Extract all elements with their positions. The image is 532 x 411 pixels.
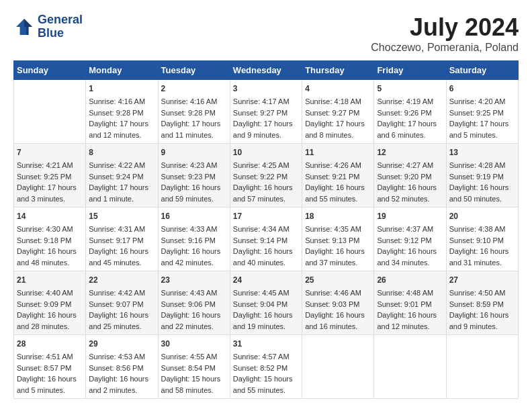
day-number: 5 [377, 83, 443, 95]
calendar-cell: 2Sunrise: 4:16 AMSunset: 9:28 PMDaylight… [158, 80, 230, 144]
calendar-week-row: 1Sunrise: 4:16 AMSunset: 9:28 PMDaylight… [14, 80, 519, 144]
calendar-cell: 31Sunrise: 4:57 AMSunset: 8:52 PMDayligh… [230, 335, 302, 399]
weekday-header: Tuesday [158, 61, 230, 80]
calendar-cell: 28Sunrise: 4:51 AMSunset: 8:57 PMDayligh… [14, 335, 86, 399]
calendar-cell [302, 335, 374, 399]
day-number: 31 [233, 338, 299, 350]
day-number: 12 [377, 146, 443, 158]
weekday-header: Wednesday [230, 61, 302, 80]
day-number: 17 [233, 210, 299, 222]
day-number: 23 [161, 274, 227, 286]
day-number: 4 [305, 83, 371, 95]
calendar-cell: 13Sunrise: 4:28 AMSunset: 9:19 PMDayligh… [446, 144, 518, 208]
day-number: 1 [89, 83, 154, 95]
calendar-cell: 9Sunrise: 4:23 AMSunset: 9:23 PMDaylight… [158, 144, 230, 208]
calendar-cell: 22Sunrise: 4:42 AMSunset: 9:07 PMDayligh… [86, 271, 158, 335]
logo: General Blue [13, 13, 83, 40]
day-number: 11 [305, 146, 371, 158]
weekday-header: Friday [374, 61, 446, 80]
month-title: July 2024 [371, 13, 519, 42]
day-number: 28 [17, 338, 83, 350]
title-area: July 2024 Choczewo, Pomerania, Poland [371, 13, 519, 54]
calendar-cell: 3Sunrise: 4:17 AMSunset: 9:27 PMDaylight… [230, 80, 302, 144]
weekday-header: Sunday [14, 61, 86, 80]
calendar-cell: 21Sunrise: 4:40 AMSunset: 9:09 PMDayligh… [14, 271, 86, 335]
calendar-table: SundayMondayTuesdayWednesdayThursdayFrid… [13, 60, 519, 399]
calendar-cell: 10Sunrise: 4:25 AMSunset: 9:22 PMDayligh… [230, 144, 302, 208]
calendar-cell: 25Sunrise: 4:46 AMSunset: 9:03 PMDayligh… [302, 271, 374, 335]
calendar-cell: 15Sunrise: 4:31 AMSunset: 9:17 PMDayligh… [86, 208, 158, 271]
calendar-cell: 17Sunrise: 4:34 AMSunset: 9:14 PMDayligh… [230, 208, 302, 271]
day-number: 9 [161, 146, 227, 158]
calendar-cell: 14Sunrise: 4:30 AMSunset: 9:18 PMDayligh… [14, 208, 86, 271]
day-number: 6 [449, 83, 515, 95]
calendar-week-row: 21Sunrise: 4:40 AMSunset: 9:09 PMDayligh… [14, 271, 519, 335]
calendar-week-row: 28Sunrise: 4:51 AMSunset: 8:57 PMDayligh… [14, 335, 519, 399]
calendar-cell: 24Sunrise: 4:45 AMSunset: 9:04 PMDayligh… [230, 271, 302, 335]
calendar-week-row: 14Sunrise: 4:30 AMSunset: 9:18 PMDayligh… [14, 208, 519, 271]
calendar-cell [14, 80, 86, 144]
day-number: 21 [17, 274, 83, 286]
day-number: 7 [17, 146, 83, 158]
day-number: 19 [377, 210, 443, 222]
day-number: 13 [449, 146, 515, 158]
calendar-cell: 16Sunrise: 4:33 AMSunset: 9:16 PMDayligh… [158, 208, 230, 271]
day-number: 29 [89, 338, 154, 350]
day-number: 14 [17, 210, 83, 222]
day-number: 8 [89, 146, 154, 158]
calendar-cell: 29Sunrise: 4:53 AMSunset: 8:56 PMDayligh… [86, 335, 158, 399]
calendar-cell [374, 335, 446, 399]
calendar-cell: 1Sunrise: 4:16 AMSunset: 9:28 PMDaylight… [86, 80, 158, 144]
calendar-cell: 20Sunrise: 4:38 AMSunset: 9:10 PMDayligh… [446, 208, 518, 271]
day-number: 24 [233, 274, 299, 286]
day-number: 20 [449, 210, 515, 222]
logo-text: General Blue [38, 13, 83, 40]
day-number: 26 [377, 274, 443, 286]
calendar-cell: 23Sunrise: 4:43 AMSunset: 9:06 PMDayligh… [158, 271, 230, 335]
weekday-header: Saturday [446, 61, 518, 80]
calendar-cell: 19Sunrise: 4:37 AMSunset: 9:12 PMDayligh… [374, 208, 446, 271]
weekday-header: Monday [86, 61, 158, 80]
calendar-cell: 12Sunrise: 4:27 AMSunset: 9:20 PMDayligh… [374, 144, 446, 208]
day-number: 25 [305, 274, 371, 286]
day-number: 27 [449, 274, 515, 286]
day-number: 2 [161, 83, 227, 95]
calendar-cell: 30Sunrise: 4:55 AMSunset: 8:54 PMDayligh… [158, 335, 230, 399]
calendar-cell: 18Sunrise: 4:35 AMSunset: 9:13 PMDayligh… [302, 208, 374, 271]
page-header: General Blue July 2024 Choczewo, Pomeran… [13, 13, 519, 54]
calendar-cell: 27Sunrise: 4:50 AMSunset: 8:59 PMDayligh… [446, 271, 518, 335]
calendar-cell: 11Sunrise: 4:26 AMSunset: 9:21 PMDayligh… [302, 144, 374, 208]
calendar-cell: 8Sunrise: 4:22 AMSunset: 9:24 PMDaylight… [86, 144, 158, 208]
weekday-header: Thursday [302, 61, 374, 80]
location: Choczewo, Pomerania, Poland [371, 42, 519, 54]
calendar-cell: 4Sunrise: 4:18 AMSunset: 9:27 PMDaylight… [302, 80, 374, 144]
logo-icon [13, 16, 35, 38]
day-number: 3 [233, 83, 299, 95]
day-number: 30 [161, 338, 227, 350]
calendar-cell [446, 335, 518, 399]
day-number: 22 [89, 274, 154, 286]
logo-line1: General [38, 13, 83, 27]
weekday-header-row: SundayMondayTuesdayWednesdayThursdayFrid… [14, 61, 519, 80]
day-number: 18 [305, 210, 371, 222]
day-number: 15 [89, 210, 154, 222]
calendar-week-row: 7Sunrise: 4:21 AMSunset: 9:25 PMDaylight… [14, 144, 519, 208]
logo-line2: Blue [38, 27, 83, 40]
calendar-cell: 5Sunrise: 4:19 AMSunset: 9:26 PMDaylight… [374, 80, 446, 144]
day-number: 16 [161, 210, 227, 222]
calendar-cell: 26Sunrise: 4:48 AMSunset: 9:01 PMDayligh… [374, 271, 446, 335]
calendar-cell: 6Sunrise: 4:20 AMSunset: 9:25 PMDaylight… [446, 80, 518, 144]
day-number: 10 [233, 146, 299, 158]
calendar-cell: 7Sunrise: 4:21 AMSunset: 9:25 PMDaylight… [14, 144, 86, 208]
